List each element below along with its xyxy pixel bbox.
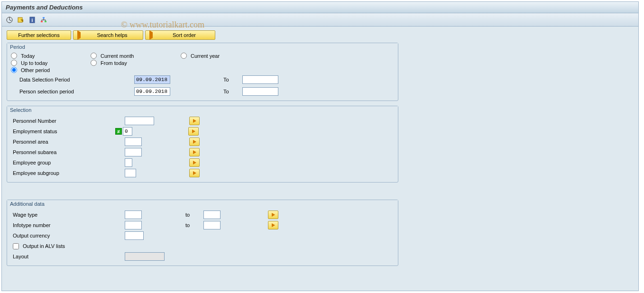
wage-type-to-label: to [185,212,203,218]
selection-group: Selection Personnel Number Employment st… [7,106,398,183]
infotype-to-label: to [185,222,203,228]
personnel-subarea-input[interactable] [125,148,142,156]
employee-group-multi-button[interactable] [189,158,200,167]
selection-group-title: Selection [7,106,398,113]
layout-input [125,252,165,261]
employee-group-input[interactable] [125,158,132,167]
radio-from-today[interactable]: From today [91,60,181,66]
employment-status-input[interactable] [123,127,132,136]
personnel-area-multi-button[interactable] [189,137,200,146]
period-group: Period Today Current month Current year … [7,43,398,101]
wage-type-label: Wage type [11,212,115,218]
person-selection-period-label: Person selection period [11,89,120,94]
personnel-subarea-multi-button[interactable] [189,148,200,156]
wage-type-multi-button[interactable] [268,211,278,219]
sort-order-button[interactable]: Sort order [145,30,215,40]
person-selection-to-label: To [223,89,242,94]
personnel-number-input[interactable] [125,117,154,125]
output-currency-input[interactable] [125,231,144,240]
app-toolbar: i [2,13,638,27]
layout-icon[interactable] [39,16,48,24]
output-currency-label: Output currency [11,233,115,238]
personnel-area-input[interactable] [125,137,142,146]
svg-rect-8 [45,21,46,22]
employee-subgroup-input[interactable] [125,169,136,177]
data-selection-to-label: To [223,77,242,82]
infotype-multi-button[interactable] [268,221,278,229]
layout-label: Layout [11,254,115,259]
personnel-subarea-label: Personnel subarea [11,149,115,155]
output-alv-checkbox[interactable]: Output in ALV lists [11,243,65,249]
infotype-from-input[interactable] [125,221,142,229]
wage-type-from-input[interactable] [125,211,142,219]
radio-today[interactable]: Today [11,53,91,59]
infotype-number-label: Infotype number [11,222,115,228]
info-icon[interactable]: i [28,16,37,24]
period-group-title: Period [7,43,398,50]
personnel-number-multi-button[interactable] [189,117,200,125]
search-helps-button[interactable]: Search helps [73,30,143,40]
svg-text:i: i [32,18,33,23]
not-equal-icon[interactable]: ≠ [115,128,122,135]
employee-subgroup-label: Employee subgroup [11,170,115,176]
svg-line-2 [9,20,11,21]
data-selection-to-input[interactable] [242,75,278,84]
svg-rect-6 [43,17,45,18]
personnel-number-label: Personnel Number [11,118,115,124]
data-selection-period-label: Data Selection Period [11,77,120,82]
data-selection-from-input[interactable] [134,75,170,84]
personnel-area-label: Personnel area [11,139,115,145]
page-title: Payments and Deductions [2,2,638,13]
employee-group-label: Employee group [11,160,115,165]
radio-current-month[interactable]: Current month [91,53,181,59]
person-selection-from-input[interactable] [134,87,170,96]
employment-status-multi-button[interactable] [188,127,199,136]
infotype-to-input[interactable] [203,221,221,229]
radio-other-period[interactable]: Other period [11,67,91,73]
radio-current-year[interactable]: Current year [181,53,252,59]
radio-up-to-today[interactable]: Up to today [11,60,91,66]
additional-data-group-title: Additional data [7,200,398,207]
additional-data-group: Additional data Wage type to Infotype nu… [7,200,398,266]
employee-subgroup-multi-button[interactable] [189,169,200,177]
execute-icon[interactable] [5,16,14,24]
variant-icon[interactable] [16,16,26,24]
wage-type-to-input[interactable] [203,211,221,219]
further-selections-button[interactable]: Further selections [7,30,71,40]
employment-status-label: Employment status [11,128,115,134]
person-selection-to-input[interactable] [242,87,278,96]
svg-rect-7 [41,21,43,22]
